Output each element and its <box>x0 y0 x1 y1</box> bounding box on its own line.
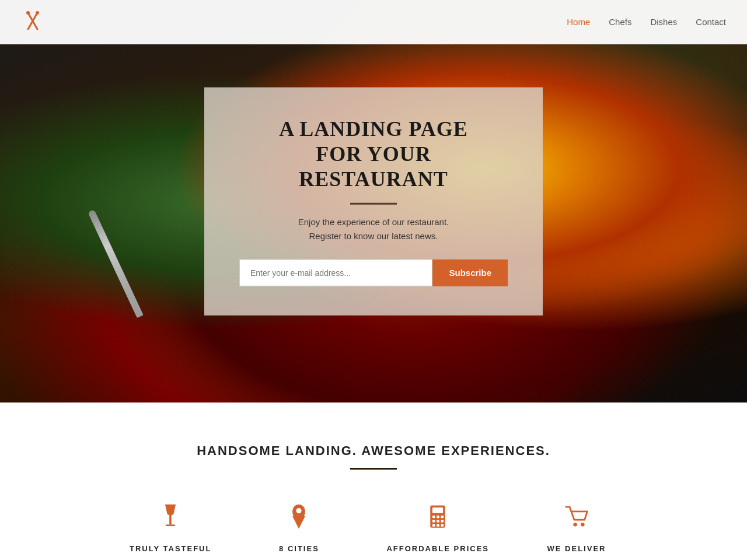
svg-point-2 <box>26 11 30 15</box>
svg-rect-14 <box>432 520 435 523</box>
hero-card: A LANDING PAGE FOR YOUR RESTAURANT Enjoy… <box>204 88 543 316</box>
features-section: HANDSOME LANDING. AWESOME EXPERIENCES. T… <box>0 402 747 560</box>
svg-rect-11 <box>432 516 435 519</box>
svg-rect-18 <box>437 524 439 527</box>
feature-deliver-label: WE DELIVER <box>547 544 606 553</box>
subscribe-form: Subscribe <box>239 259 508 286</box>
subscribe-button[interactable]: Subscribe <box>432 259 508 286</box>
nav-links: Home Chefs Dishes Contact <box>567 17 726 27</box>
hero-subtitle: Enjoy the experience of our restaurant. … <box>239 215 508 243</box>
navbar: Home Chefs Dishes Contact <box>0 0 747 44</box>
svg-rect-12 <box>437 516 439 519</box>
svg-point-20 <box>573 523 577 526</box>
features-heading: HANDSOME LANDING. AWESOME EXPERIENCES. <box>23 443 724 459</box>
svg-point-3 <box>36 11 39 15</box>
feature-prices-label: AFFORDABLE PRICES <box>386 544 489 553</box>
nav-item-home[interactable]: Home <box>567 17 590 27</box>
svg-rect-5 <box>166 524 175 526</box>
nav-item-dishes[interactable]: Dishes <box>650 17 677 27</box>
cart-icon <box>565 502 588 535</box>
feature-tasteful-label: TRULY TASTEFUL <box>130 544 211 553</box>
hero-title: A LANDING PAGE FOR YOUR RESTAURANT <box>239 117 508 192</box>
feature-cities-label: 8 CITIES <box>279 544 319 553</box>
hero-divider <box>350 202 397 204</box>
features-divider <box>350 468 397 470</box>
feature-prices: AFFORDABLE PRICES <box>386 502 489 553</box>
svg-rect-4 <box>169 515 172 524</box>
nav-item-contact[interactable]: Contact <box>696 17 726 27</box>
svg-marker-8 <box>293 516 306 529</box>
map-pin-icon <box>287 502 310 535</box>
svg-rect-19 <box>441 524 444 527</box>
wine-glass-icon <box>159 502 182 535</box>
svg-point-21 <box>581 523 584 526</box>
calculator-icon <box>426 502 449 535</box>
svg-rect-13 <box>441 516 444 519</box>
feature-tasteful: TRULY TASTEFUL <box>130 502 211 553</box>
svg-rect-17 <box>432 524 435 527</box>
email-input[interactable] <box>239 259 432 286</box>
logo <box>21 9 44 35</box>
svg-rect-10 <box>432 508 443 513</box>
svg-point-7 <box>296 508 302 513</box>
nav-item-chefs[interactable]: Chefs <box>609 17 631 27</box>
hero-section: A LANDING PAGE FOR YOUR RESTAURANT Enjoy… <box>0 0 747 402</box>
feature-cities: 8 CITIES <box>258 502 340 553</box>
svg-rect-16 <box>441 520 444 523</box>
features-grid: TRULY TASTEFUL 8 CITIES <box>23 502 724 553</box>
feature-deliver: WE DELIVER <box>536 502 617 553</box>
svg-rect-15 <box>437 520 439 523</box>
